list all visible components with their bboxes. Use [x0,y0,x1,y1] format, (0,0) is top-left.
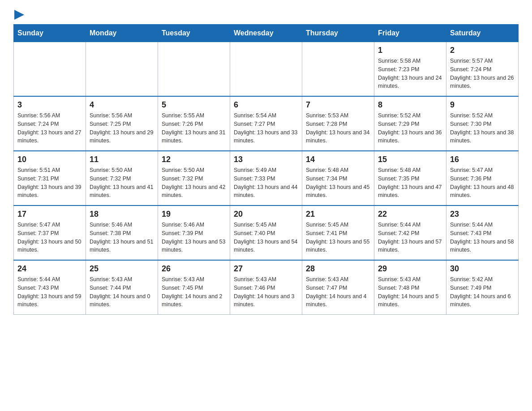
day-number: 24 [17,264,82,274]
calendar-cell: 19Sunrise: 5:46 AMSunset: 7:39 PMDayligh… [158,206,230,260]
calendar-cell: 24Sunrise: 5:44 AMSunset: 7:43 PMDayligh… [14,260,86,315]
day-info: Sunrise: 5:47 AMSunset: 7:36 PMDaylight:… [450,166,515,200]
weekday-header-row: SundayMondayTuesdayWednesdayThursdayFrid… [14,25,519,42]
day-info: Sunrise: 5:44 AMSunset: 7:42 PMDaylight:… [378,221,442,254]
calendar-cell: 25Sunrise: 5:43 AMSunset: 7:44 PMDayligh… [86,260,158,315]
calendar-cell: 18Sunrise: 5:46 AMSunset: 7:38 PMDayligh… [86,206,158,260]
calendar-cell: 27Sunrise: 5:43 AMSunset: 7:46 PMDayligh… [230,260,302,315]
page-header [13,9,519,20]
day-number: 16 [450,155,515,164]
weekday-header-thursday: Thursday [302,25,374,42]
day-number: 26 [162,264,226,274]
day-info: Sunrise: 5:56 AMSunset: 7:24 PMDaylight:… [17,111,82,145]
day-number: 10 [17,155,82,164]
day-info: Sunrise: 5:47 AMSunset: 7:37 PMDaylight:… [17,221,82,254]
day-info: Sunrise: 5:57 AMSunset: 7:24 PMDaylight:… [450,57,515,90]
day-info: Sunrise: 5:55 AMSunset: 7:26 PMDaylight:… [162,111,226,145]
calendar-cell: 12Sunrise: 5:50 AMSunset: 7:32 PMDayligh… [158,151,230,206]
calendar-cell: 29Sunrise: 5:43 AMSunset: 7:48 PMDayligh… [374,260,446,315]
day-number: 6 [234,100,298,110]
weekday-header-monday: Monday [86,25,158,42]
day-number: 15 [378,155,442,164]
calendar-cell: 23Sunrise: 5:44 AMSunset: 7:43 PMDayligh… [446,206,519,260]
day-number: 7 [306,100,370,110]
calendar-cell: 22Sunrise: 5:44 AMSunset: 7:42 PMDayligh… [374,206,446,260]
day-number: 11 [90,155,154,164]
calendar-cell: 2Sunrise: 5:57 AMSunset: 7:24 PMDaylight… [446,42,519,97]
weekday-header-saturday: Saturday [446,25,519,42]
day-info: Sunrise: 5:45 AMSunset: 7:41 PMDaylight:… [306,221,370,254]
calendar-week-row: 10Sunrise: 5:51 AMSunset: 7:31 PMDayligh… [14,151,519,206]
day-info: Sunrise: 5:53 AMSunset: 7:28 PMDaylight:… [306,111,370,145]
calendar-cell: 17Sunrise: 5:47 AMSunset: 7:37 PMDayligh… [14,206,86,260]
day-number: 28 [306,264,370,274]
day-info: Sunrise: 5:48 AMSunset: 7:34 PMDaylight:… [306,166,370,200]
calendar-table: SundayMondayTuesdayWednesdayThursdayFrid… [13,24,519,315]
day-info: Sunrise: 5:51 AMSunset: 7:31 PMDaylight:… [17,166,82,200]
weekday-header-friday: Friday [374,25,446,42]
calendar-cell: 14Sunrise: 5:48 AMSunset: 7:34 PMDayligh… [302,151,374,206]
day-number: 27 [234,264,298,274]
calendar-week-row: 3Sunrise: 5:56 AMSunset: 7:24 PMDaylight… [14,96,519,151]
weekday-header-sunday: Sunday [14,25,86,42]
calendar-cell: 6Sunrise: 5:54 AMSunset: 7:27 PMDaylight… [230,96,302,151]
calendar-cell [302,42,374,97]
day-number: 9 [450,100,515,110]
calendar-cell: 3Sunrise: 5:56 AMSunset: 7:24 PMDaylight… [14,96,86,151]
calendar-cell: 7Sunrise: 5:53 AMSunset: 7:28 PMDaylight… [302,96,374,151]
calendar-cell: 20Sunrise: 5:45 AMSunset: 7:40 PMDayligh… [230,206,302,260]
day-info: Sunrise: 5:50 AMSunset: 7:32 PMDaylight:… [162,166,226,200]
day-info: Sunrise: 5:46 AMSunset: 7:39 PMDaylight:… [162,221,226,254]
weekday-header-tuesday: Tuesday [158,25,230,42]
day-info: Sunrise: 5:43 AMSunset: 7:45 PMDaylight:… [162,275,226,309]
day-number: 22 [378,210,442,219]
calendar-cell [230,42,302,97]
calendar-cell [158,42,230,97]
day-number: 4 [90,100,154,110]
day-number: 29 [378,264,442,274]
day-number: 19 [162,210,226,219]
calendar-cell: 1Sunrise: 5:58 AMSunset: 7:23 PMDaylight… [374,42,446,97]
day-number: 13 [234,155,298,164]
day-info: Sunrise: 5:54 AMSunset: 7:27 PMDaylight:… [234,111,298,145]
calendar-cell: 10Sunrise: 5:51 AMSunset: 7:31 PMDayligh… [14,151,86,206]
day-number: 14 [306,155,370,164]
calendar-cell: 15Sunrise: 5:48 AMSunset: 7:35 PMDayligh… [374,151,446,206]
day-info: Sunrise: 5:58 AMSunset: 7:23 PMDaylight:… [378,57,442,90]
day-number: 30 [450,264,515,274]
day-number: 21 [306,210,370,219]
calendar-cell: 26Sunrise: 5:43 AMSunset: 7:45 PMDayligh… [158,260,230,315]
day-info: Sunrise: 5:50 AMSunset: 7:32 PMDaylight:… [90,166,154,200]
day-info: Sunrise: 5:45 AMSunset: 7:40 PMDaylight:… [234,221,298,254]
calendar-cell: 8Sunrise: 5:52 AMSunset: 7:29 PMDaylight… [374,96,446,151]
logo [13,9,24,20]
svg-marker-0 [14,10,24,20]
day-info: Sunrise: 5:49 AMSunset: 7:33 PMDaylight:… [234,166,298,200]
day-number: 5 [162,100,226,110]
day-info: Sunrise: 5:52 AMSunset: 7:30 PMDaylight:… [450,111,515,145]
calendar-week-row: 1Sunrise: 5:58 AMSunset: 7:23 PMDaylight… [14,42,519,97]
day-number: 20 [234,210,298,219]
calendar-cell: 4Sunrise: 5:56 AMSunset: 7:25 PMDaylight… [86,96,158,151]
day-info: Sunrise: 5:56 AMSunset: 7:25 PMDaylight:… [90,111,154,145]
day-number: 18 [90,210,154,219]
calendar-cell: 13Sunrise: 5:49 AMSunset: 7:33 PMDayligh… [230,151,302,206]
day-info: Sunrise: 5:44 AMSunset: 7:43 PMDaylight:… [17,275,82,309]
calendar-cell: 21Sunrise: 5:45 AMSunset: 7:41 PMDayligh… [302,206,374,260]
logo-arrow-icon [14,10,24,20]
day-info: Sunrise: 5:44 AMSunset: 7:43 PMDaylight:… [450,221,515,254]
day-info: Sunrise: 5:46 AMSunset: 7:38 PMDaylight:… [90,221,154,254]
calendar-cell: 30Sunrise: 5:42 AMSunset: 7:49 PMDayligh… [446,260,519,315]
calendar-cell: 5Sunrise: 5:55 AMSunset: 7:26 PMDaylight… [158,96,230,151]
weekday-header-wednesday: Wednesday [230,25,302,42]
calendar-cell [86,42,158,97]
day-info: Sunrise: 5:43 AMSunset: 7:47 PMDaylight:… [306,275,370,309]
day-number: 12 [162,155,226,164]
calendar-week-row: 24Sunrise: 5:44 AMSunset: 7:43 PMDayligh… [14,260,519,315]
day-number: 8 [378,100,442,110]
day-number: 1 [378,46,442,55]
day-info: Sunrise: 5:42 AMSunset: 7:49 PMDaylight:… [450,275,515,309]
day-info: Sunrise: 5:43 AMSunset: 7:44 PMDaylight:… [90,275,154,309]
day-number: 23 [450,210,515,219]
day-info: Sunrise: 5:43 AMSunset: 7:46 PMDaylight:… [234,275,298,309]
